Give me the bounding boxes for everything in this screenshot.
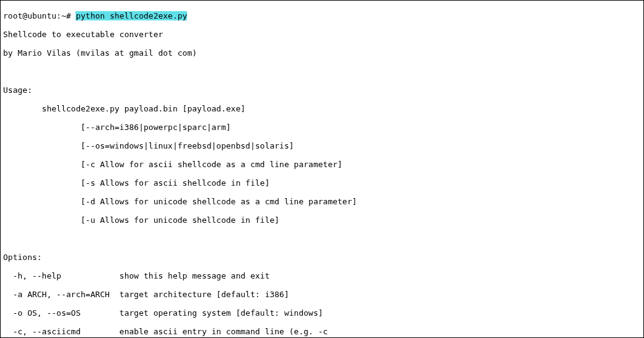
opt-help: -h, --help show this help message and ex… xyxy=(3,271,641,280)
usage-label: Usage: xyxy=(3,85,641,95)
options-label: Options: xyxy=(3,253,641,262)
opt-os: -o OS, --os=OS target operating system [… xyxy=(3,308,641,318)
output-title: Shellcode to executable converter xyxy=(3,30,641,39)
prompt: root@ubuntu:~# xyxy=(3,11,76,20)
opt-arch: -a ARCH, --arch=ARCH target architecture… xyxy=(3,290,641,299)
usage-s: [-s Allows for ascii shellcode in file] xyxy=(3,178,641,188)
usage-d: [-d Allows for unicode shellcode as a cm… xyxy=(3,197,641,206)
usage-line: shellcode2exe.py payload.bin [payload.ex… xyxy=(3,104,641,113)
opt-asciicmd-1: -c, --asciicmd enable ascii entry in com… xyxy=(3,327,641,336)
blank xyxy=(3,67,641,76)
usage-os: [--os=windows|linux|freebsd|openbsd|sola… xyxy=(3,141,641,150)
output-author: by Mario Vilas (mvilas at gmail dot com) xyxy=(3,48,641,58)
terminal[interactable]: root@ubuntu:~# python shellcode2exe.py S… xyxy=(0,0,644,338)
usage-u: [-u Allows for unicode shellcode in file… xyxy=(3,215,641,225)
prompt-line-1: root@ubuntu:~# python shellcode2exe.py xyxy=(3,11,641,20)
blank xyxy=(3,234,641,243)
usage-arch: [--arch=i386|powerpc|sparc|arm] xyxy=(3,123,641,132)
usage-c: [-c Allow for ascii shellcode as a cmd l… xyxy=(3,160,641,169)
command-1: python shellcode2exe.py xyxy=(76,11,187,20)
